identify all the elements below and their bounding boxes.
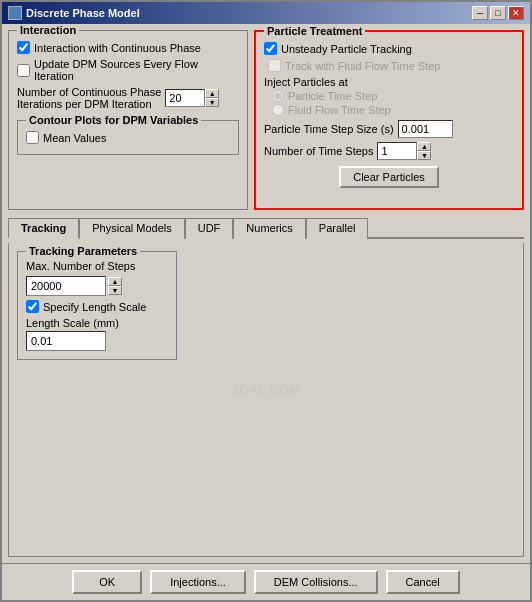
mean-values-label: Mean Values	[43, 132, 106, 144]
maximize-button[interactable]: □	[490, 6, 506, 20]
max-steps-label: Max. Number of Steps	[26, 260, 168, 272]
mean-values-row: Mean Values	[26, 131, 230, 144]
unsteady-tracking-label: Unsteady Particle Tracking	[281, 43, 412, 55]
contour-plots-panel: Contour Plots for DPM Variables Mean Val…	[17, 120, 239, 155]
title-bar: Discrete Phase Model ─ □ ✕	[2, 2, 530, 24]
num-steps-up-btn[interactable]: ▲	[417, 142, 431, 151]
tab-numerics[interactable]: Numerics	[233, 218, 305, 239]
injections-button[interactable]: Injections...	[150, 570, 246, 594]
time-step-size-input[interactable]: 0.001	[398, 120, 453, 138]
track-fluid-row: Track with Fluid Flow Time Step	[268, 59, 514, 72]
minimize-button[interactable]: ─	[472, 6, 488, 20]
inject-particles-label: Inject Particles at	[264, 76, 514, 88]
fluid-flow-time-step-label: Fluid Flow Time Step	[288, 104, 391, 116]
tracking-parameters-panel: Tracking Parameters Max. Number of Steps…	[17, 251, 177, 360]
mean-values-checkbox[interactable]	[26, 131, 39, 144]
num-steps-input-group: 1 ▲ ▼	[377, 142, 431, 160]
title-buttons: ─ □ ✕	[472, 6, 524, 20]
window-title: Discrete Phase Model	[26, 7, 140, 19]
max-steps-group: 20000 ▲ ▼	[26, 276, 168, 296]
update-dpm-label: Update DPM Sources Every Flow Iteration	[34, 58, 239, 82]
update-dpm-row: Update DPM Sources Every Flow Iteration	[17, 58, 239, 82]
clear-particles-button[interactable]: Clear Particles	[339, 166, 439, 188]
tab-tracking[interactable]: Tracking	[8, 218, 79, 239]
close-button[interactable]: ✕	[508, 6, 524, 20]
num-steps-label: Number of Time Steps	[264, 145, 373, 157]
tracking-params-legend: Tracking Parameters	[26, 245, 140, 257]
tabs-bar: Tracking Physical Models UDF Numerics Pa…	[8, 218, 524, 239]
length-scale-input[interactable]: 0.01	[26, 331, 106, 351]
iterations-up-btn[interactable]: ▲	[205, 89, 219, 98]
iterations-input[interactable]: 20	[165, 89, 205, 107]
fluid-flow-time-step-row: Fluid Flow Time Step	[272, 104, 514, 116]
iterations-row: Number of Continuous Phase Iterations pe…	[17, 86, 239, 110]
top-section: Interaction Interaction with Continuous …	[8, 30, 524, 210]
particle-treatment-panel: Particle Treatment Unsteady Particle Tra…	[254, 30, 524, 210]
particle-treatment-legend: Particle Treatment	[264, 25, 365, 37]
title-bar-left: Discrete Phase Model	[8, 6, 140, 20]
continuous-phase-checkbox[interactable]	[17, 41, 30, 54]
num-steps-spinner: ▲ ▼	[417, 142, 431, 160]
iterations-input-group: 20 ▲ ▼	[165, 89, 219, 107]
contour-plots-legend: Contour Plots for DPM Variables	[26, 114, 201, 126]
iterations-spinner: ▲ ▼	[205, 89, 219, 107]
max-steps-input[interactable]: 20000	[26, 276, 106, 296]
interaction-panel: Interaction Interaction with Continuous …	[8, 30, 248, 210]
fluid-flow-time-step-radio[interactable]	[272, 104, 284, 116]
unsteady-tracking-checkbox[interactable]	[264, 42, 277, 55]
iterations-label: Number of Continuous Phase Iterations pe…	[17, 86, 161, 110]
ok-button[interactable]: OK	[72, 570, 142, 594]
continuous-phase-row: Interaction with Continuous Phase	[17, 41, 239, 54]
interaction-legend: Interaction	[17, 24, 79, 36]
particle-time-step-radio[interactable]	[272, 90, 284, 102]
particle-time-step-label: Particle Time Step	[288, 90, 377, 102]
length-scale-label: Length Scale (mm)	[26, 317, 168, 329]
max-steps-down-btn[interactable]: ▼	[108, 286, 122, 295]
dem-collisions-button[interactable]: DEM Collisions...	[254, 570, 378, 594]
track-fluid-label: Track with Fluid Flow Time Step	[285, 60, 440, 72]
update-dpm-checkbox[interactable]	[17, 64, 30, 77]
tab-physical-models[interactable]: Physical Models	[79, 218, 184, 239]
time-step-size-label: Particle Time Step Size (s)	[264, 123, 394, 135]
tab-content-tracking: Tracking Parameters Max. Number of Steps…	[8, 243, 524, 557]
iterations-down-btn[interactable]: ▼	[205, 98, 219, 107]
window: Discrete Phase Model ─ □ ✕ Interaction I…	[0, 0, 532, 602]
window-icon	[8, 6, 22, 20]
max-steps-spinner: ▲ ▼	[108, 277, 122, 295]
watermark: 1CAE.COM	[17, 380, 515, 399]
specify-length-scale-checkbox[interactable]	[26, 300, 39, 313]
particle-time-step-row: Particle Time Step	[272, 90, 514, 102]
tab-parallel[interactable]: Parallel	[306, 218, 369, 239]
iterations-group: Number of Continuous Phase Iterations pe…	[17, 86, 239, 110]
num-steps-down-btn[interactable]: ▼	[417, 151, 431, 160]
specify-length-scale-label: Specify Length Scale	[43, 301, 146, 313]
num-steps-row: Number of Time Steps 1 ▲ ▼	[264, 142, 514, 160]
main-content: Interaction Interaction with Continuous …	[2, 24, 530, 563]
footer: OK Injections... DEM Collisions... Cance…	[2, 563, 530, 600]
track-fluid-checkbox[interactable]	[268, 59, 281, 72]
time-step-size-row: Particle Time Step Size (s) 0.001	[264, 120, 514, 138]
unsteady-tracking-row: Unsteady Particle Tracking	[264, 42, 514, 55]
cancel-button[interactable]: Cancel	[386, 570, 460, 594]
specify-length-row: Specify Length Scale	[26, 300, 168, 313]
num-steps-input[interactable]: 1	[377, 142, 417, 160]
tab-udf[interactable]: UDF	[185, 218, 234, 239]
max-steps-up-btn[interactable]: ▲	[108, 277, 122, 286]
continuous-phase-label: Interaction with Continuous Phase	[34, 42, 201, 54]
